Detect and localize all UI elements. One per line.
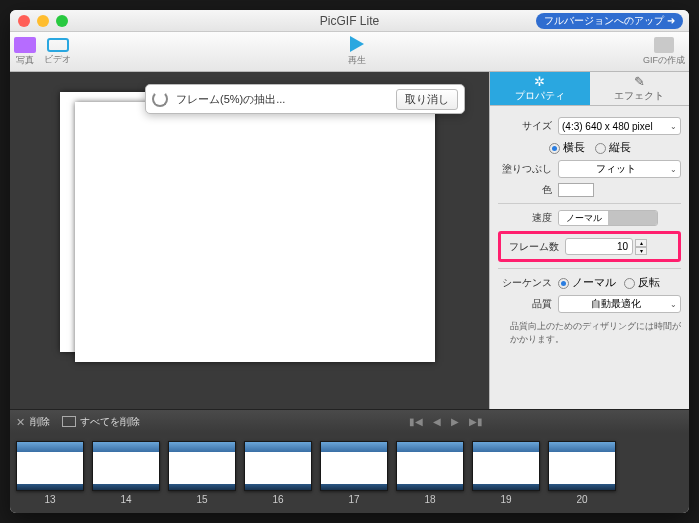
frame-number: 13 (44, 494, 55, 505)
play-label: 再生 (348, 54, 366, 67)
progress-dialog: フレーム(5%)の抽出... 取り消し (145, 84, 465, 114)
playback-controls: ▮◀ ◀ ▶ ▶▮ (409, 416, 483, 427)
close-icon[interactable] (18, 15, 30, 27)
last-frame-button[interactable]: ▶▮ (469, 416, 483, 427)
create-gif-button[interactable]: GIFの作成 (643, 37, 685, 67)
delete-all-button[interactable]: すべてを削除 (62, 415, 140, 429)
frame-thumbnail (92, 441, 160, 491)
content: フレーム(5%)の抽出... 取り消し ✲ プロパティ ✎ エフェクト サイズ (10, 72, 689, 409)
cancel-button[interactable]: 取り消し (396, 89, 458, 110)
seq-reverse-radio[interactable]: 反転 (624, 275, 660, 290)
delete-button[interactable]: ✕ 削除 (16, 415, 50, 429)
frame-item[interactable]: 19 (472, 441, 540, 505)
frame-thumbnail (168, 441, 236, 491)
play-icon (350, 36, 364, 52)
size-value: (4:3) 640 x 480 pixel (562, 121, 653, 132)
chevron-down-icon: ⌄ (670, 165, 677, 174)
tab-effects-label: エフェクト (614, 89, 664, 103)
frame-number: 18 (424, 494, 435, 505)
preview-area: フレーム(5%)の抽出... 取り消し (10, 72, 489, 409)
timeline[interactable]: 1314151617181920 (10, 433, 689, 513)
video-label: ビデオ (44, 53, 71, 66)
frame-thumbnail (244, 441, 312, 491)
frame-item[interactable]: 15 (168, 441, 236, 505)
seq-normal-radio[interactable]: ノーマル (558, 275, 616, 290)
toolbar: 写真 ビデオ 再生 GIFの作成 (10, 32, 689, 72)
delete-all-label: すべてを削除 (80, 415, 140, 429)
spinner-icon (152, 91, 168, 107)
titlebar: PicGIF Lite フルバージョンへのアップ ➜ (10, 10, 689, 32)
progress-text: フレーム(5%)の抽出... (176, 92, 396, 107)
photo-icon (14, 37, 36, 53)
frame-item[interactable]: 17 (320, 441, 388, 505)
delete-label: 削除 (30, 415, 50, 429)
sidebar: ✲ プロパティ ✎ エフェクト サイズ (4:3) 640 x 480 pixe… (489, 72, 689, 409)
x-icon: ✕ (16, 417, 26, 427)
fill-value: フィット (596, 162, 636, 176)
size-select[interactable]: (4:3) 640 x 480 pixel ⌄ (558, 117, 681, 135)
color-swatch[interactable] (558, 183, 594, 197)
frame-number: 16 (272, 494, 283, 505)
minimize-icon[interactable] (37, 15, 49, 27)
video-icon (47, 38, 69, 52)
landscape-radio[interactable]: 横長 (549, 140, 585, 155)
first-frame-button[interactable]: ▮◀ (409, 416, 423, 427)
app-window: PicGIF Lite フルバージョンへのアップ ➜ 写真 ビデオ 再生 GIF… (10, 10, 689, 513)
frames-icon (62, 416, 76, 427)
frame-thumbnail (472, 441, 540, 491)
wand-icon: ✎ (634, 75, 645, 88)
photo-label: 写真 (16, 54, 34, 67)
divider (498, 203, 681, 204)
timeline-toolbar: ✕ 削除 すべてを削除 ▮◀ ◀ ▶ ▶▮ (10, 409, 689, 433)
video-button[interactable]: ビデオ (44, 38, 71, 66)
frame-number: 15 (196, 494, 207, 505)
upgrade-button[interactable]: フルバージョンへのアップ ➜ (536, 13, 683, 29)
stepper-buttons[interactable]: ▴▾ (635, 239, 647, 255)
frame-item[interactable]: 13 (16, 441, 84, 505)
frame-thumbnail (396, 441, 464, 491)
frame-number: 20 (576, 494, 587, 505)
tab-properties-label: プロパティ (515, 89, 565, 103)
quality-select[interactable]: 自動最適化 ⌄ (558, 295, 681, 313)
prev-frame-button[interactable]: ◀ (433, 416, 441, 427)
speed-label: 速度 (498, 211, 552, 225)
photo-button[interactable]: 写真 (14, 37, 36, 67)
frame-thumbnail (16, 441, 84, 491)
fill-select[interactable]: フィット ⌄ (558, 160, 681, 178)
quality-label: 品質 (498, 297, 552, 311)
frame-number: 14 (120, 494, 131, 505)
frame-item[interactable]: 14 (92, 441, 160, 505)
frame-number: 17 (348, 494, 359, 505)
speed-other (608, 211, 657, 225)
sidebar-tabs: ✲ プロパティ ✎ エフェクト (490, 72, 689, 106)
tab-effects[interactable]: ✎ エフェクト (590, 72, 690, 106)
preview-canvas-front (75, 102, 435, 362)
frames-stepper[interactable]: ▴▾ (565, 238, 647, 255)
properties-panel: サイズ (4:3) 640 x 480 pixel ⌄ 横長 縦長 塗りつぶし … (490, 106, 689, 352)
chevron-down-icon: ⌄ (670, 300, 677, 309)
create-label: GIFの作成 (643, 54, 685, 67)
quality-value: 自動最適化 (591, 297, 641, 311)
frame-item[interactable]: 20 (548, 441, 616, 505)
frames-label: フレーム数 (505, 240, 559, 254)
chevron-down-icon: ⌄ (670, 122, 677, 131)
size-label: サイズ (498, 119, 552, 133)
sequence-label: シーケンス (498, 276, 552, 290)
frames-highlight: フレーム数 ▴▾ (498, 231, 681, 262)
frame-thumbnail (548, 441, 616, 491)
gear-icon: ✲ (534, 75, 545, 88)
speed-segment[interactable]: ノーマル (558, 210, 658, 226)
gif-icon (654, 37, 674, 53)
portrait-radio[interactable]: 縦長 (595, 140, 631, 155)
frames-input[interactable] (565, 238, 633, 255)
tab-properties[interactable]: ✲ プロパティ (490, 72, 590, 106)
frame-item[interactable]: 18 (396, 441, 464, 505)
quality-note: 品質向上のためのディザリングには時間がかかります。 (498, 318, 681, 346)
play-button[interactable]: 再生 (348, 36, 366, 67)
frame-number: 19 (500, 494, 511, 505)
maximize-icon[interactable] (56, 15, 68, 27)
frame-thumbnail (320, 441, 388, 491)
speed-normal: ノーマル (559, 211, 608, 225)
frame-item[interactable]: 16 (244, 441, 312, 505)
next-frame-button[interactable]: ▶ (451, 416, 459, 427)
